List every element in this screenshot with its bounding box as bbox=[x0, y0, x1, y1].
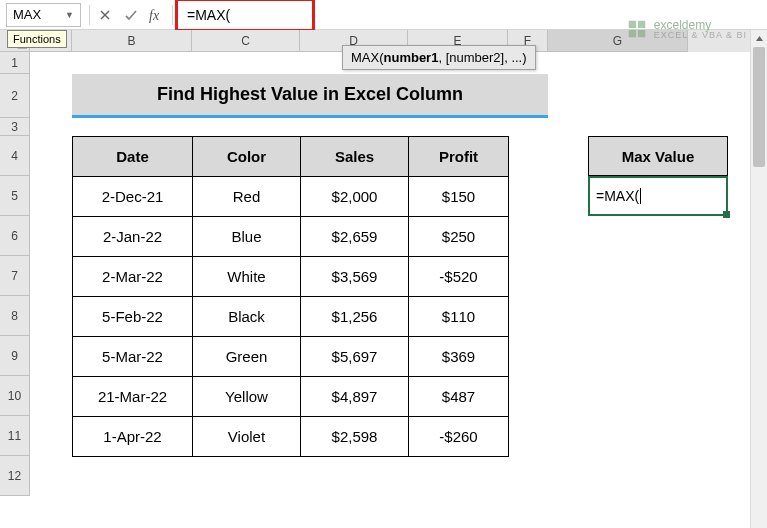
separator bbox=[89, 5, 90, 25]
cell-profit[interactable]: $150 bbox=[409, 177, 509, 217]
enter-button[interactable] bbox=[118, 3, 144, 27]
cell-sales[interactable]: $5,697 bbox=[301, 337, 409, 377]
logo-icon bbox=[626, 18, 648, 40]
insert-function-button[interactable]: fx bbox=[144, 3, 170, 27]
cell-sales[interactable]: $4,897 bbox=[301, 377, 409, 417]
cell-sales[interactable]: $2,000 bbox=[301, 177, 409, 217]
row-header-9[interactable]: 9 bbox=[0, 336, 30, 376]
row-header-10[interactable]: 10 bbox=[0, 376, 30, 416]
tooltip-arg1: number1 bbox=[384, 50, 439, 65]
page-title: Find Highest Value in Excel Column bbox=[72, 74, 548, 118]
row-header-2[interactable]: 2 bbox=[0, 74, 30, 118]
row-header-8[interactable]: 8 bbox=[0, 296, 30, 336]
watermark: exceldemy EXCEL & VBA & BI bbox=[626, 18, 747, 40]
table-row: 5-Feb-22Black$1,256$110 bbox=[73, 297, 509, 337]
row-header-12[interactable]: 12 bbox=[0, 456, 30, 496]
cell-profit[interactable]: $110 bbox=[409, 297, 509, 337]
table-row: 21-Mar-22Yellow$4,897$487 bbox=[73, 377, 509, 417]
cell-color[interactable]: Blue bbox=[193, 217, 301, 257]
row-header-5[interactable]: 5 bbox=[0, 176, 30, 216]
header-date: Date bbox=[73, 137, 193, 177]
col-header-b[interactable]: B bbox=[72, 30, 192, 52]
cell-sales[interactable]: $2,598 bbox=[301, 417, 409, 457]
scroll-thumb[interactable] bbox=[753, 47, 765, 167]
cell-profit[interactable]: -$260 bbox=[409, 417, 509, 457]
row-header-column: 1 2 3 4 5 6 7 8 9 10 11 12 bbox=[0, 30, 30, 528]
active-cell-g5[interactable]: =MAX( bbox=[588, 176, 728, 216]
cell-color[interactable]: Black bbox=[193, 297, 301, 337]
tooltip-fn: MAX( bbox=[351, 50, 384, 65]
svg-rect-7 bbox=[638, 30, 645, 37]
cell-color[interactable]: Red bbox=[193, 177, 301, 217]
cell-date[interactable]: 1-Apr-22 bbox=[73, 417, 193, 457]
cell-date[interactable]: 2-Jan-22 bbox=[73, 217, 193, 257]
worksheet: 1 2 3 4 5 6 7 8 9 10 11 12 A B C D E F G… bbox=[0, 30, 767, 528]
cell-date[interactable]: 5-Feb-22 bbox=[73, 297, 193, 337]
cell-sales[interactable]: $1,256 bbox=[301, 297, 409, 337]
fill-handle[interactable] bbox=[723, 211, 730, 218]
name-box[interactable]: MAX ▼ Functions bbox=[6, 3, 81, 27]
row-header-3[interactable]: 3 bbox=[0, 118, 30, 136]
table-row: 2-Mar-22White$3,569-$520 bbox=[73, 257, 509, 297]
row-header-4[interactable]: 4 bbox=[0, 136, 30, 176]
table-row: 1-Apr-22Violet$2,598-$260 bbox=[73, 417, 509, 457]
text-cursor bbox=[640, 188, 641, 204]
table-row: 2-Dec-21Red$2,000$150 bbox=[73, 177, 509, 217]
table-row: 5-Mar-22Green$5,697$369 bbox=[73, 337, 509, 377]
fx-icon: fx bbox=[148, 7, 166, 23]
cell-profit[interactable]: $487 bbox=[409, 377, 509, 417]
cell-date[interactable]: 21-Mar-22 bbox=[73, 377, 193, 417]
cell-color[interactable]: Violet bbox=[193, 417, 301, 457]
cell-date[interactable]: 2-Mar-22 bbox=[73, 257, 193, 297]
svg-rect-6 bbox=[629, 30, 636, 37]
cell-color[interactable]: White bbox=[193, 257, 301, 297]
chevron-up-icon bbox=[755, 34, 764, 43]
watermark-tag: EXCEL & VBA & BI bbox=[654, 31, 747, 40]
svg-marker-8 bbox=[756, 36, 763, 41]
watermark-brand: exceldemy bbox=[654, 19, 747, 31]
vertical-scrollbar[interactable] bbox=[750, 30, 767, 528]
max-value-header: Max Value bbox=[588, 136, 728, 176]
header-sales: Sales bbox=[301, 137, 409, 177]
cell-sales[interactable]: $3,569 bbox=[301, 257, 409, 297]
cancel-button[interactable] bbox=[92, 3, 118, 27]
data-table: Date Color Sales Profit 2-Dec-21Red$2,00… bbox=[72, 136, 509, 457]
svg-rect-5 bbox=[638, 21, 645, 28]
svg-text:fx: fx bbox=[149, 8, 160, 23]
cell-profit[interactable]: $250 bbox=[409, 217, 509, 257]
function-argument-tooltip: MAX(number1, [number2], ...) bbox=[342, 45, 536, 70]
check-icon bbox=[123, 8, 139, 22]
grid: A B C D E F G Find Highest Value in Exce… bbox=[30, 30, 767, 528]
cell-profit[interactable]: $369 bbox=[409, 337, 509, 377]
name-box-dropdown-icon[interactable]: ▼ bbox=[65, 10, 74, 20]
scroll-up-button[interactable] bbox=[751, 30, 767, 47]
separator bbox=[172, 5, 173, 25]
table-header-row: Date Color Sales Profit bbox=[73, 137, 509, 177]
table-row: 2-Jan-22Blue$2,659$250 bbox=[73, 217, 509, 257]
tooltip-rest: , [number2], ...) bbox=[438, 50, 526, 65]
header-color: Color bbox=[193, 137, 301, 177]
x-icon bbox=[98, 8, 112, 22]
row-header-11[interactable]: 11 bbox=[0, 416, 30, 456]
functions-tooltip: Functions bbox=[7, 30, 67, 48]
active-cell-content: =MAX( bbox=[596, 188, 639, 204]
cell-date[interactable]: 5-Mar-22 bbox=[73, 337, 193, 377]
cell-color[interactable]: Green bbox=[193, 337, 301, 377]
row-header-7[interactable]: 7 bbox=[0, 256, 30, 296]
cell-sales[interactable]: $2,659 bbox=[301, 217, 409, 257]
cell-profit[interactable]: -$520 bbox=[409, 257, 509, 297]
row-header-1[interactable]: 1 bbox=[0, 52, 30, 74]
svg-rect-4 bbox=[629, 21, 636, 28]
row-header-6[interactable]: 6 bbox=[0, 216, 30, 256]
header-profit: Profit bbox=[409, 137, 509, 177]
name-box-value: MAX bbox=[13, 7, 65, 22]
cell-color[interactable]: Yellow bbox=[193, 377, 301, 417]
col-header-c[interactable]: C bbox=[192, 30, 300, 52]
cell-date[interactable]: 2-Dec-21 bbox=[73, 177, 193, 217]
